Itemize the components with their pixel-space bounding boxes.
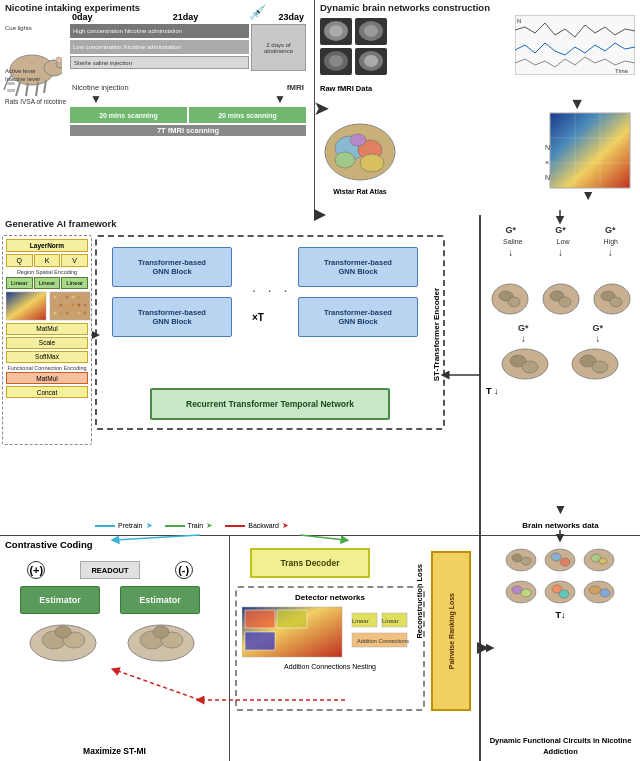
svg-point-18	[329, 55, 343, 67]
inactive-lever-label: Inactive lever	[5, 76, 40, 82]
svg-point-63	[508, 297, 520, 307]
svg-point-12	[329, 25, 343, 37]
estimator-1: Estimator	[20, 586, 100, 614]
rnn-block: Recurrent Transformer Temporal Network	[150, 388, 390, 420]
svg-text:Linear: Linear	[382, 618, 399, 624]
top-arrow-right: ➤	[313, 96, 330, 120]
svg-point-100	[560, 558, 570, 566]
svg-rect-22	[515, 15, 635, 75]
svg-point-79	[55, 626, 71, 638]
generative-section-label: Generative AI framework	[5, 218, 117, 229]
svg-rect-40	[6, 292, 46, 320]
layer-norm-block: LayerNorm	[6, 239, 88, 252]
svg-point-56	[66, 311, 69, 314]
svg-point-96	[512, 554, 522, 562]
gnn-block-2: Transformer-basedGNN Block	[112, 297, 232, 337]
svg-point-55	[60, 311, 63, 314]
low-conc-bar: Low concentration Nicotine adminstation	[70, 40, 249, 54]
svg-rect-85	[245, 610, 275, 628]
svg-point-52	[78, 303, 81, 306]
brain-under-estimator	[15, 618, 210, 663]
day-21: 21day	[173, 12, 199, 22]
trans-decoder-block: Trans Decoder	[250, 548, 370, 578]
svg-text:Time: Time	[615, 68, 629, 74]
linear3: Linear	[61, 277, 88, 289]
syringe-icon: 💉	[249, 4, 266, 20]
times-t-label: ×T	[252, 312, 264, 323]
svg-rect-86	[245, 632, 275, 650]
t-slices-label: T↓	[486, 610, 635, 620]
generative-ai-panel: Generative AI framework LayerNorm Q K V …	[0, 215, 480, 535]
svg-point-109	[559, 590, 569, 598]
svg-point-39	[350, 134, 366, 146]
gnn-block-3: Transformer-basedGNN Block	[298, 247, 418, 287]
svg-point-15	[364, 25, 378, 37]
functional-conn-label: Functional Connection Encoding	[6, 365, 88, 372]
svg-text:N: N	[517, 18, 521, 24]
svg-point-112	[600, 589, 610, 597]
svg-point-50	[66, 303, 69, 306]
rat-image	[2, 20, 62, 100]
pretrain-legend: Pretrain ➤	[95, 521, 153, 530]
brain-slices-row2	[491, 345, 630, 383]
svg-point-57	[72, 311, 75, 314]
gnn-main-area: ST-Transformer Encoder Transformer-based…	[95, 235, 445, 430]
svg-text:N: N	[545, 174, 550, 181]
estimator-2: Estimator	[120, 586, 200, 614]
st-encoder-label: ST-Transformer Encoder	[427, 237, 445, 432]
addition-label: Addition Connections Nesting	[242, 663, 418, 670]
svg-point-98	[545, 549, 575, 571]
svg-point-49	[60, 303, 63, 306]
plus-circle: (+)	[27, 561, 45, 579]
day-0: 0day	[72, 12, 93, 22]
svg-point-54	[54, 311, 57, 314]
svg-point-51	[72, 303, 75, 306]
abstinence-bar: 2 days of abstinence	[251, 24, 306, 71]
svg-point-59	[84, 311, 87, 314]
middle-right-arrow-down: ▼	[554, 501, 568, 517]
scan-bar-1: 20 mins scanning	[70, 107, 187, 123]
high-conc-bar: High concentration Nicotine adminstation	[70, 24, 249, 38]
contrastive-section-label: Contrastive Coding	[5, 539, 93, 550]
svg-rect-8	[7, 82, 15, 85]
svg-text:N: N	[545, 144, 550, 151]
svg-text:×: ×	[545, 159, 549, 166]
qkv-row: Q K V	[6, 254, 88, 267]
dynamic-circuits-label: Dynamic Functional Circuits in Nicotine …	[486, 734, 635, 756]
svg-point-66	[559, 297, 571, 307]
minus-circle: (-)	[175, 561, 193, 579]
svg-point-97	[521, 557, 531, 565]
scan-device-bar: 7T fMRI scanning	[70, 125, 306, 136]
rat-ivsa-label: Rats IVSA of nicotine	[5, 98, 66, 105]
top-left-panel: Nicotine intaking experiments	[0, 0, 315, 215]
plus-minus-row: (+) READOUT (-)	[10, 561, 210, 579]
fmri-label: fMRI	[287, 83, 304, 92]
svg-point-72	[522, 361, 538, 373]
svg-point-105	[512, 586, 522, 594]
arrow-down-2: ▼	[274, 92, 286, 106]
svg-text:Addition Connections: Addition Connections	[357, 638, 409, 644]
svg-marker-60	[92, 331, 100, 339]
gnn-right-col: Transformer-basedGNN Block Transformer-b…	[298, 247, 418, 337]
backward-legend: Backward ➤	[225, 521, 289, 530]
encoder-to-gnn-arrow	[92, 330, 100, 341]
gnn-block-1: Transformer-basedGNN Block	[112, 247, 232, 287]
wistar-atlas: Wistar Rat Atlas	[320, 120, 400, 185]
svg-point-43	[60, 295, 63, 298]
functional-circuits-panel: T↓ Dynamic Functional Circuits in Nicoti…	[480, 535, 640, 761]
q-block: Q	[6, 254, 33, 267]
detector-networks-panel: Trans Decoder Reconstruction Loss Pairwi…	[230, 535, 480, 761]
svg-rect-9	[7, 89, 15, 92]
svg-point-47	[84, 295, 87, 298]
svg-rect-25	[550, 113, 630, 188]
estimator-row: Estimator Estimator	[10, 586, 210, 614]
linear1: Linear	[6, 277, 33, 289]
detector-label: Detector networks	[242, 593, 418, 602]
pairwise-ranking-block: Pairwise Ranking Loss	[431, 551, 471, 711]
svg-point-48	[54, 303, 57, 306]
top-right-arrow-down-2: ▼	[581, 187, 595, 203]
bottom-mid-arrow-right	[477, 642, 489, 656]
contrastive-coding-panel: Contrastive Coding (+) READOUT (-) Estim…	[0, 535, 230, 761]
matmul2-block: MatMul	[6, 372, 88, 384]
scan-bar-2: 20 mins scanning	[189, 107, 306, 123]
